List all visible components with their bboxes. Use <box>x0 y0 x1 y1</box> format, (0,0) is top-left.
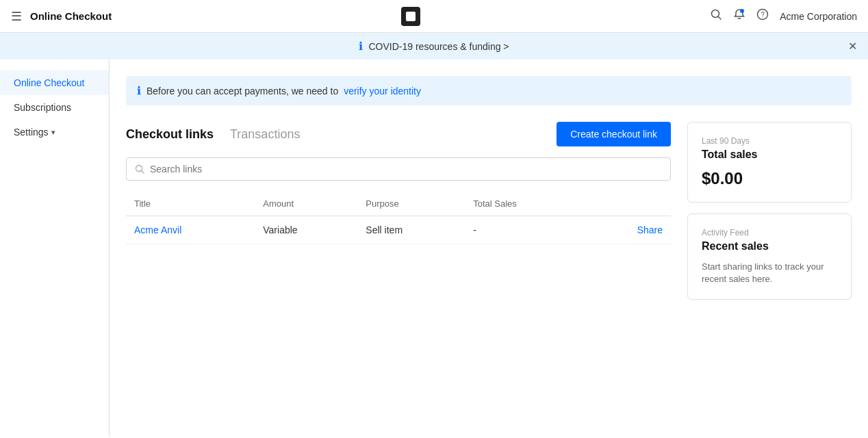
col-total-sales: Total Sales <box>465 192 586 216</box>
col-amount: Amount <box>255 192 357 216</box>
checkout-links-table: Title Amount Purpose Total Sales Acme An… <box>126 192 671 244</box>
total-sales-card: Last 90 Days Total sales $0.00 <box>687 122 852 203</box>
total-sales-title: Total sales <box>702 149 837 161</box>
activity-feed-description: Start sharing links to track your recent… <box>702 261 837 285</box>
table-header: Title Amount Purpose Total Sales <box>126 192 671 216</box>
nav-title: Online Checkout <box>30 10 112 22</box>
col-action <box>586 192 671 216</box>
tabs: Checkout links Transactions <box>126 127 300 142</box>
banner-close-icon[interactable]: ✕ <box>848 40 857 53</box>
content-with-sidebar: Checkout links Transactions Create check… <box>126 122 852 300</box>
settings-chevron-icon: ▾ <box>51 128 55 137</box>
info-bar-text-before: Before you can accept payments, we need … <box>146 86 338 96</box>
col-title: Title <box>126 192 255 216</box>
svg-rect-1 <box>406 12 416 21</box>
info-icon: ℹ <box>137 84 141 97</box>
banner-text[interactable]: COVID-19 resources & funding > <box>368 41 509 52</box>
content-main: Checkout links Transactions Create check… <box>126 122 671 300</box>
total-sales-label: Last 90 Days <box>702 136 837 146</box>
search-icon <box>135 164 144 174</box>
top-nav: ☰ Online Checkout ? Acme Corporation <box>0 0 868 33</box>
col-purpose: Purpose <box>357 192 465 216</box>
activity-feed-card: Activity Feed Recent sales Start sharing… <box>687 214 852 300</box>
sidebar-item-subscriptions[interactable]: Subscriptions <box>0 95 109 120</box>
activity-feed-label: Activity Feed <box>702 228 837 237</box>
sidebar-item-settings[interactable]: Settings ▾ <box>0 120 109 144</box>
svg-point-2 <box>712 10 719 18</box>
notifications-icon[interactable] <box>733 8 745 24</box>
main-content: ℹ Before you can accept payments, we nee… <box>110 60 868 437</box>
settings-label: Settings <box>14 127 49 138</box>
svg-line-3 <box>719 17 722 20</box>
page-header: Checkout links Transactions Create check… <box>126 122 671 146</box>
main-layout: Online Checkout Subscriptions Settings ▾… <box>0 60 868 437</box>
row-amount: Variable <box>255 216 357 244</box>
svg-text:?: ? <box>761 11 765 18</box>
sidebar: Online Checkout Subscriptions Settings ▾ <box>0 60 110 437</box>
search-input[interactable] <box>150 164 662 175</box>
sidebar-item-online-checkout[interactable]: Online Checkout <box>0 70 109 95</box>
help-icon[interactable]: ? <box>756 8 769 24</box>
row-total-sales: - <box>465 216 586 244</box>
total-sales-value: $0.00 <box>702 169 837 188</box>
row-title[interactable]: Acme Anvil <box>126 216 255 244</box>
identity-info-bar: ℹ Before you can accept payments, we nee… <box>126 76 852 105</box>
table-row: Acme Anvil Variable Sell item - Share <box>126 216 671 244</box>
search-bar <box>126 157 671 181</box>
user-name[interactable]: Acme Corporation <box>780 11 857 22</box>
square-logo <box>401 7 420 26</box>
covid-banner: ℹ COVID-19 resources & funding > ✕ <box>0 33 868 60</box>
search-icon[interactable] <box>710 8 722 24</box>
nav-center <box>112 7 710 26</box>
banner-info-icon: ℹ <box>359 40 363 53</box>
right-panel: Last 90 Days Total sales $0.00 Activity … <box>687 122 852 300</box>
activity-feed-title: Recent sales <box>702 240 837 253</box>
create-checkout-link-button[interactable]: Create checkout link <box>557 122 671 146</box>
nav-right: ? Acme Corporation <box>710 8 857 24</box>
row-purpose: Sell item <box>357 216 465 244</box>
tab-transactions[interactable]: Transactions <box>230 127 300 142</box>
svg-point-4 <box>740 9 744 13</box>
row-share[interactable]: Share <box>586 216 671 244</box>
tab-checkout-links[interactable]: Checkout links <box>126 127 214 142</box>
svg-line-8 <box>142 171 144 174</box>
verify-identity-link[interactable]: verify your identity <box>344 86 421 96</box>
menu-icon[interactable]: ☰ <box>11 9 22 24</box>
